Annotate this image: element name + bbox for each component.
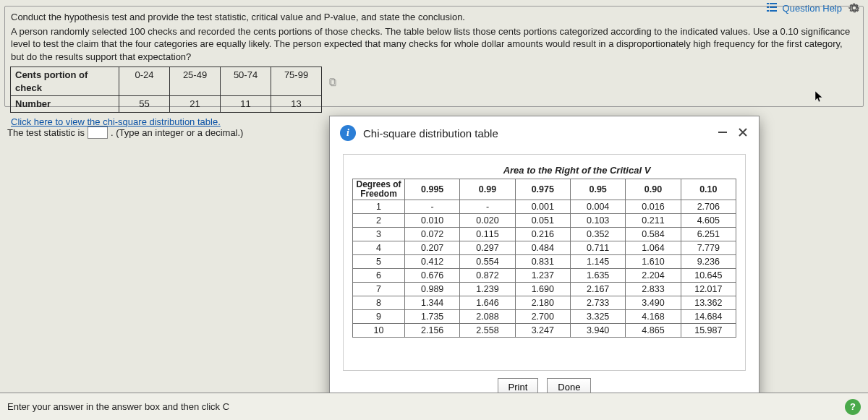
question-body: A person randomly selected 100 checks an… — [11, 25, 857, 64]
value-cell: 7.779 — [681, 241, 736, 255]
value-cell: 15.987 — [681, 324, 736, 338]
value-cell: 3.247 — [515, 324, 570, 338]
chi-square-table: Degrees ofFreedom 0.995 0.99 0.975 0.95 … — [352, 179, 736, 338]
value-cell: 1.145 — [570, 255, 625, 269]
top-bar: Question Help — [760, 0, 868, 16]
svg-rect-3 — [770, 7, 777, 8]
table-row: 91.7352.0882.7003.3254.16814.684 — [353, 310, 736, 324]
cursor-icon — [814, 90, 825, 106]
value-cell: 10.645 — [681, 269, 736, 283]
table-row: 40.2070.2970.4840.7111.0647.779 — [353, 241, 736, 255]
alpha-1: 0.99 — [460, 179, 515, 200]
svg-rect-7 — [331, 80, 336, 86]
modal-body: Area to the Right of the Critical V Degr… — [343, 154, 746, 371]
table-row: 60.6760.8721.2371.6352.20410.645 — [353, 269, 736, 283]
table-row: 50.4120.5540.8311.1451.6109.236 — [353, 255, 736, 269]
value-cell: 3.325 — [570, 310, 625, 324]
value-cell: 0.207 — [405, 241, 460, 255]
value-cell: 0.051 — [515, 214, 570, 228]
info-icon: i — [340, 125, 356, 141]
value-cell: 6.251 — [681, 228, 736, 241]
cat-0: 0-24 — [119, 67, 170, 96]
value-cell: 0.484 — [515, 241, 570, 255]
chi-square-modal: i Chi-square distribution table Area to … — [329, 116, 760, 401]
value-cell: 1.239 — [460, 283, 515, 296]
value-cell: 0.010 — [405, 214, 460, 228]
value-cell: 0.001 — [515, 200, 570, 214]
value-cell: 0.297 — [460, 241, 515, 255]
value-cell: 0.216 — [515, 228, 570, 241]
value-cell: 0.711 — [570, 241, 625, 255]
question-help-link[interactable]: Question Help — [783, 3, 842, 14]
value-cell: 4.605 — [681, 214, 736, 228]
value-cell: 0.352 — [570, 228, 625, 241]
minimize-icon[interactable] — [717, 127, 728, 140]
value-cell: 1.735 — [405, 310, 460, 324]
num-2: 11 — [220, 95, 271, 113]
df-cell: 7 — [353, 283, 405, 296]
value-cell: 0.989 — [405, 283, 460, 296]
svg-rect-2 — [767, 7, 769, 8]
value-cell: 0.103 — [570, 214, 625, 228]
value-cell: - — [460, 200, 515, 214]
svg-rect-1 — [770, 3, 777, 4]
alpha-4: 0.90 — [626, 179, 681, 200]
value-cell: 4.865 — [626, 324, 681, 338]
table-row: 70.9891.2391.6902.1672.83312.017 — [353, 283, 736, 296]
value-cell: 0.554 — [460, 255, 515, 269]
list-icon — [767, 3, 777, 14]
svg-rect-8 — [718, 132, 727, 133]
area-caption: Area to the Right of the Critical V — [417, 165, 736, 176]
table-row: 1--0.0010.0040.0162.706 — [353, 200, 736, 214]
test-statistic-row: The test statistic is . (Type an integer… — [7, 127, 243, 139]
alpha-3: 0.95 — [570, 179, 625, 200]
value-cell: 12.017 — [681, 283, 736, 296]
df-cell: 10 — [353, 324, 405, 338]
row-head-nums: Number — [10, 95, 119, 113]
help-badge-icon[interactable]: ? — [845, 399, 861, 415]
df-cell: 1 — [353, 200, 405, 214]
value-cell: 2.088 — [460, 310, 515, 324]
value-cell: 0.584 — [626, 228, 681, 241]
value-cell: 4.168 — [626, 310, 681, 324]
svg-rect-6 — [330, 79, 334, 85]
value-cell: 2.180 — [515, 296, 570, 310]
copy-icon[interactable] — [322, 69, 344, 96]
value-cell: 1.635 — [570, 269, 625, 283]
stmt-after: . (Type an integer or a decimal.) — [111, 127, 244, 138]
value-cell: 1.064 — [626, 241, 681, 255]
value-cell: 1.610 — [626, 255, 681, 269]
num-1: 21 — [169, 95, 221, 113]
value-cell: 1.690 — [515, 283, 570, 296]
value-cell: 2.700 — [515, 310, 570, 324]
num-0: 55 — [119, 95, 170, 113]
modal-header: i Chi-square distribution table — [330, 116, 759, 154]
value-cell: 0.211 — [626, 214, 681, 228]
value-cell: - — [405, 200, 460, 214]
value-cell: 1.646 — [460, 296, 515, 310]
value-cell: 3.490 — [626, 296, 681, 310]
gear-icon[interactable] — [848, 1, 861, 14]
value-cell: 13.362 — [681, 296, 736, 310]
svg-rect-0 — [767, 3, 769, 4]
value-cell: 0.115 — [460, 228, 515, 241]
alpha-5: 0.10 — [681, 179, 736, 200]
value-cell: 2.156 — [405, 324, 460, 338]
enter-prompt: Enter your answer in the answer box and … — [7, 401, 229, 412]
alpha-0: 0.995 — [405, 179, 460, 200]
table-row: 81.3441.6462.1802.7333.49013.362 — [353, 296, 736, 310]
value-cell: 0.016 — [626, 200, 681, 214]
close-icon[interactable] — [737, 127, 749, 140]
modal-title-text: Chi-square distribution table — [363, 127, 498, 140]
value-cell: 0.072 — [405, 228, 460, 241]
value-cell: 2.558 — [460, 324, 515, 338]
value-cell: 3.940 — [570, 324, 625, 338]
view-chi-table-link[interactable]: Click here to view the chi-square distri… — [11, 116, 221, 127]
answer-input[interactable] — [88, 127, 108, 139]
value-cell: 0.412 — [405, 255, 460, 269]
svg-rect-4 — [767, 10, 769, 12]
num-3: 13 — [271, 95, 322, 113]
value-cell: 1.344 — [405, 296, 460, 310]
cat-3: 75-99 — [271, 67, 322, 96]
value-cell: 0.020 — [460, 214, 515, 228]
